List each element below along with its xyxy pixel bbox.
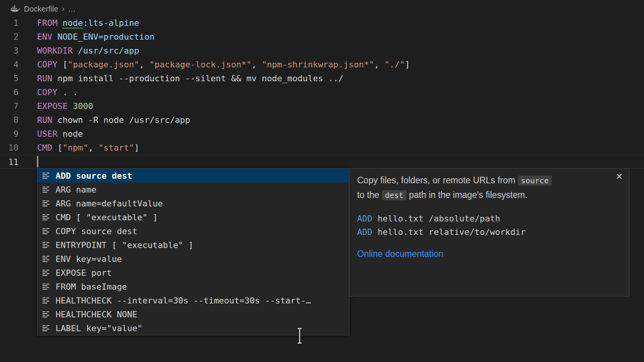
code-token: "npm-shrinkwrap.json*" <box>262 60 374 69</box>
code-line-10[interactable]: 10CMD ["npm", "start"] <box>0 141 644 155</box>
suggest-list: ADD source destARG nameARG name=defaultV… <box>37 169 349 335</box>
suggest-item[interactable]: FROM baseImage <box>37 280 349 293</box>
suggest-docs-panel: ✕ Copy files, folders, or remote URLs fr… <box>349 168 629 297</box>
line-number: 9 <box>0 127 19 141</box>
code-line-11[interactable]: 11 <box>0 155 644 169</box>
suggest-item-label: ARG name=defaultValue <box>56 199 163 208</box>
code-token: chown -R node /usr/src/app <box>57 115 190 125</box>
line-number: 5 <box>0 72 19 85</box>
snippet-icon <box>42 255 51 263</box>
suggest-item-label: ENTRYPOINT [ "executable" ] <box>56 240 194 250</box>
snippet-icon <box>42 297 51 304</box>
code-text: RUN chown -R node /usr/src/app <box>19 113 190 127</box>
code-token: FROM <box>37 18 62 28</box>
line-number: 6 <box>0 85 19 99</box>
code-line-5[interactable]: 5RUN npm install --production --silent &… <box>0 72 644 85</box>
code-token: :lts-alpine <box>83 18 139 28</box>
code-token: . . <box>62 87 78 97</box>
code-token: NODE_ENV=production <box>57 32 155 42</box>
close-icon[interactable]: ✕ <box>616 173 623 181</box>
code-line-8[interactable]: 8RUN chown -R node /usr/src/app <box>0 113 644 127</box>
inline-code: source <box>518 176 552 186</box>
docs-example-args: hello.txt /absolute/path <box>373 214 500 223</box>
suggest-item-label: HEALTHCHECK --interval=30s --timeout=30s… <box>56 296 311 305</box>
suggest-item[interactable]: ENV key=value <box>37 252 349 266</box>
breadcrumb-more[interactable]: … <box>68 5 76 13</box>
code-token: [ <box>57 143 62 153</box>
text-cursor-pointer <box>295 327 304 346</box>
code-text: COPY ["package.json", "package-lock.json… <box>19 58 410 72</box>
code-token: , <box>374 60 384 69</box>
code-token: , <box>251 60 262 69</box>
snippet-icon <box>42 227 51 235</box>
docker-whale-icon <box>10 5 20 13</box>
snippet-icon <box>42 283 51 290</box>
line-number: 4 <box>0 58 19 72</box>
suggest-item[interactable]: HEALTHCHECK NONE <box>37 307 349 321</box>
snippet-icon <box>42 186 51 193</box>
code-line-4[interactable]: 4COPY ["package.json", "package-lock.jso… <box>0 58 644 72</box>
suggest-item-label: ADD source dest <box>56 171 132 181</box>
line-number: 8 <box>0 113 19 127</box>
suggest-item[interactable]: COPY source dest <box>37 224 349 238</box>
code-token: , <box>139 60 150 69</box>
snippet-icon <box>42 269 51 277</box>
code-token: , <box>88 143 98 153</box>
code-line-3[interactable]: 3WORKDIR /usr/src/app <box>0 44 644 58</box>
code-token: node <box>62 129 83 139</box>
suggest-item-label: FROM baseImage <box>56 282 127 292</box>
code-token: USER <box>37 129 62 139</box>
suggest-item[interactable]: ADD source dest <box>37 169 349 183</box>
code-text: ENV NODE_ENV=production <box>19 30 155 44</box>
code-token: npm install --production --silent && mv … <box>57 74 344 83</box>
code-text: USER node <box>19 127 83 141</box>
suggest-item[interactable]: CMD [ "executable" ] <box>37 210 349 224</box>
code-token: "package-lock.json*" <box>149 60 251 69</box>
code-token: EXPOSE <box>37 101 73 111</box>
code-token: [ <box>62 60 67 69</box>
code-line-1[interactable]: 1FROM node:lts-alpine <box>0 16 644 30</box>
line-number: 10 <box>0 141 19 155</box>
code-token: ENV <box>37 32 57 42</box>
code-text <box>19 155 38 168</box>
breadcrumb[interactable]: Dockerfile › … <box>10 3 76 15</box>
code-token: ] <box>405 60 410 69</box>
suggest-item[interactable]: EXPOSE port <box>37 266 349 280</box>
online-documentation-link[interactable]: Online documentation <box>357 249 443 259</box>
code-token: "npm" <box>62 143 88 153</box>
breadcrumb-file[interactable]: Dockerfile <box>24 5 58 13</box>
suggest-item[interactable]: ARG name <box>37 183 349 196</box>
snippet-icon <box>42 310 51 318</box>
editor-caret <box>37 156 38 168</box>
code-token: /usr/src/app <box>78 46 139 55</box>
code-token: "./" <box>384 60 405 69</box>
line-number: 1 <box>0 16 19 30</box>
code-line-7[interactable]: 7EXPOSE 3000 <box>0 99 644 113</box>
line-number: 7 <box>0 99 19 113</box>
docs-description: Copy files, folders, or remote URLs from… <box>357 173 552 203</box>
code-text: EXPOSE 3000 <box>19 99 93 113</box>
code-token: RUN <box>37 115 57 125</box>
docs-example-keyword: ADD <box>357 214 373 223</box>
suggest-item[interactable]: ARG name=defaultValue <box>37 196 349 210</box>
snippet-icon <box>42 241 51 249</box>
suggest-item-label: LABEL key="value" <box>56 323 142 333</box>
code-line-9[interactable]: 9USER node <box>0 127 644 141</box>
line-number: 2 <box>0 30 19 44</box>
code-token: COPY <box>37 87 62 97</box>
docs-example-args: hello.txt relative/to/workdir <box>373 227 526 237</box>
code-line-2[interactable]: 2ENV NODE_ENV=production <box>0 30 644 44</box>
code-line-6[interactable]: 6COPY . . <box>0 85 644 99</box>
line-number: 11 <box>0 155 19 168</box>
suggest-widget: ADD source destARG nameARG name=defaultV… <box>37 168 349 335</box>
suggest-item-label: ENV key=value <box>56 254 122 264</box>
docs-example-line: ADD hello.txt relative/to/workdir <box>357 225 621 239</box>
code-token: "start" <box>98 143 134 153</box>
editor-lines: 1FROM node:lts-alpine2ENV NODE_ENV=produ… <box>0 16 644 169</box>
suggest-item[interactable]: ENTRYPOINT [ "executable" ] <box>37 238 349 252</box>
line-number: 3 <box>0 44 19 58</box>
editor[interactable]: 1FROM node:lts-alpine2ENV NODE_ENV=produ… <box>0 16 644 169</box>
suggest-item-label: COPY source dest <box>56 226 137 236</box>
suggest-item[interactable]: HEALTHCHECK --interval=30s --timeout=30s… <box>37 293 349 307</box>
code-token: "package.json" <box>67 60 139 69</box>
